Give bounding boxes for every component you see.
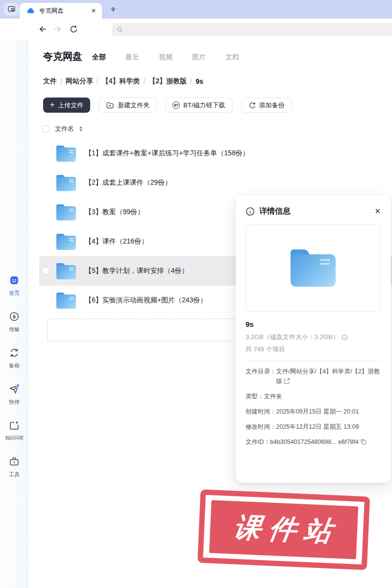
new-folder-icon bbox=[106, 101, 114, 109]
add-backup-button[interactable]: 添加备份 bbox=[241, 98, 292, 113]
sidebar-item-backup[interactable]: 备份 bbox=[0, 347, 28, 369]
browser-nav-row bbox=[0, 19, 392, 39]
sidebar-item-transfer[interactable]: 传输 bbox=[0, 311, 28, 333]
browser-tab[interactable]: 夸克网盘 ✕ bbox=[20, 3, 102, 19]
folder-preview-icon bbox=[291, 249, 336, 287]
open-location-icon[interactable] bbox=[284, 378, 290, 384]
breadcrumb-item[interactable]: 文件 bbox=[43, 77, 57, 86]
breadcrumb-item[interactable]: 【4】科学类 bbox=[102, 77, 140, 86]
breadcrumb-item[interactable]: 【2】浙教版 bbox=[148, 77, 187, 86]
detail-size-line: 3.2GB（磁盘文件大小：3.2GB） bbox=[245, 333, 381, 342]
transfer-icon bbox=[8, 311, 20, 322]
bt-magnet-download-button[interactable]: BT BT/磁力链下载 bbox=[165, 98, 232, 113]
folder-name: 【3】教案（99份） bbox=[85, 208, 144, 217]
filename-column-header: 文件名 bbox=[55, 124, 74, 133]
home-icon bbox=[8, 274, 21, 286]
breadcrumb-separator: / bbox=[60, 77, 62, 85]
close-icon[interactable]: ✕ bbox=[374, 207, 381, 216]
sidebar-item-tools[interactable]: 工具 bbox=[0, 456, 28, 478]
new-folder-button[interactable]: 新建文件夹 bbox=[98, 98, 157, 113]
detail-fileid-row: 文件ID： b4b305401725480698... e6f78f4 bbox=[245, 437, 381, 447]
modified-value: 2025年12月12日 星期五 13:09 bbox=[276, 422, 381, 432]
row-checkbox[interactable] bbox=[42, 267, 49, 274]
path-value: 文件/网站分享/【4】科学类/【2】浙教版 bbox=[276, 367, 381, 386]
tab-recent[interactable]: 最近 bbox=[125, 53, 139, 62]
fileid-label: 文件ID： bbox=[245, 437, 270, 447]
breadcrumb: 文件 / 网站分享 / 【4】科学类 / 【2】浙教版 / 9s bbox=[43, 77, 203, 86]
toolbox-icon bbox=[8, 456, 20, 467]
copy-icon[interactable] bbox=[360, 439, 367, 445]
details-panel: 详情信息 ✕ 9s 3.2GB（磁盘文件大小：3.2GB） 共 749 个项目 … bbox=[236, 195, 391, 483]
stamp-fill: 课件站 bbox=[209, 500, 358, 560]
tab-images[interactable]: 图片 bbox=[192, 53, 206, 62]
info-icon bbox=[245, 207, 255, 216]
address-search-bar[interactable] bbox=[112, 23, 392, 36]
folder-icon bbox=[56, 293, 76, 309]
detail-path-row: 文件目录： 文件/网站分享/【4】科学类/【2】浙教版 bbox=[245, 367, 381, 386]
folder-icon bbox=[56, 175, 76, 191]
sidebar-label: 传输 bbox=[0, 326, 28, 333]
action-toolbar: + 上传文件 新建文件夹 BT BT/磁力链下载 添加备份 bbox=[43, 98, 292, 113]
folder-row[interactable]: 【2】成套上课课件（29份） bbox=[39, 168, 392, 197]
quark-drive-window: 夸克网盘 ✕ + bbox=[0, 0, 392, 588]
upload-label: 上传文件 bbox=[58, 101, 83, 110]
tab-close-icon[interactable]: ✕ bbox=[91, 7, 96, 14]
folder-name: 【5】教学计划，课时安排（4份） bbox=[85, 267, 189, 275]
file-preview bbox=[245, 224, 381, 312]
fileid-value: b4b305401725480698... e6f78f4 bbox=[270, 437, 381, 447]
sidebar-label: 知识问答 bbox=[0, 435, 28, 441]
breadcrumb-separator: / bbox=[97, 77, 98, 85]
tab-videos[interactable]: 视频 bbox=[159, 53, 172, 62]
breadcrumb-separator: / bbox=[144, 77, 146, 85]
new-folder-label: 新建文件夹 bbox=[118, 101, 149, 110]
sidebar-label: 备份 bbox=[0, 362, 28, 369]
tab-documents[interactable]: 文档 bbox=[225, 53, 239, 62]
backup-label: 添加备份 bbox=[259, 101, 285, 110]
sidebar-item-knowledge-qa[interactable]: 知识问答 bbox=[0, 419, 28, 441]
new-tab-button[interactable]: + bbox=[106, 2, 121, 17]
details-title: 详情信息 bbox=[259, 206, 374, 217]
size-text: 3.2GB（磁盘文件大小：3.2GB） bbox=[245, 333, 339, 342]
folder-name: 【1】成套课件+教案+课后练习+学习任务单（158份） bbox=[85, 149, 249, 158]
back-arrow-icon bbox=[38, 25, 47, 33]
sidebar-item-home[interactable]: 首页 bbox=[0, 274, 28, 297]
refresh-button[interactable] bbox=[69, 24, 78, 34]
back-button[interactable] bbox=[37, 24, 47, 34]
search-icon bbox=[117, 26, 123, 33]
size-info-icon[interactable] bbox=[342, 334, 348, 341]
backup-circle-icon bbox=[248, 101, 256, 109]
paper-plane-icon bbox=[8, 383, 20, 395]
select-all-checkbox[interactable] bbox=[42, 125, 49, 133]
filter-tabs: 全部 最近 视频 图片 文档 bbox=[92, 53, 239, 62]
created-label: 创建时间： bbox=[245, 407, 276, 416]
breadcrumb-item[interactable]: 网站分享 bbox=[66, 77, 93, 86]
tab-all[interactable]: 全部 bbox=[92, 53, 106, 62]
stamp-text: 课件站 bbox=[225, 509, 342, 551]
refresh-icon bbox=[70, 25, 78, 33]
forward-arrow-icon bbox=[53, 25, 63, 33]
plus-icon: + bbox=[50, 101, 54, 109]
type-value: 文件夹 bbox=[264, 392, 381, 401]
detail-item-count: 共 749 个项目 bbox=[245, 345, 381, 354]
type-label: 类型： bbox=[245, 392, 264, 401]
folder-icon bbox=[56, 263, 76, 279]
detail-file-name: 9s bbox=[245, 320, 381, 328]
folder-icon bbox=[56, 146, 76, 162]
knowledge-qa-icon bbox=[8, 419, 20, 431]
sidebar-item-quick-send[interactable]: 快传 bbox=[0, 383, 28, 406]
folder-row[interactable]: 【1】成套课件+教案+课后练习+学习任务单（158份） bbox=[39, 139, 392, 168]
folder-name: 【6】实验演示动画视频+图片（243份） bbox=[85, 296, 207, 305]
stamp-border: 课件站 bbox=[197, 490, 370, 570]
forward-button[interactable] bbox=[53, 24, 63, 34]
tab-search-button[interactable] bbox=[4, 3, 19, 16]
page-title: 夸克网盘 bbox=[43, 50, 82, 63]
window-search-icon bbox=[8, 6, 15, 13]
upload-file-button[interactable]: + 上传文件 bbox=[43, 98, 90, 113]
sidebar-label: 首页 bbox=[0, 290, 28, 297]
search-input[interactable] bbox=[126, 26, 392, 33]
folder-icon bbox=[56, 204, 76, 220]
detail-created-row: 创建时间： 2025年09月15日 星期一 20:01 bbox=[245, 407, 381, 416]
sidebar-label: 快传 bbox=[0, 398, 28, 406]
sort-toggle[interactable] bbox=[79, 126, 82, 131]
quark-logo-icon bbox=[26, 7, 35, 15]
